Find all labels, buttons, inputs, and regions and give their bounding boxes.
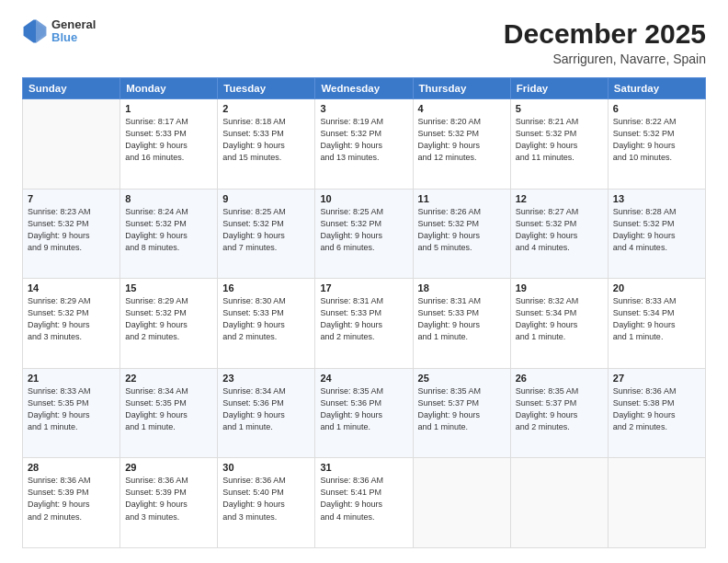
day-info: Sunrise: 8:29 AM Sunset: 5:32 PM Dayligh… [125, 295, 212, 343]
day-info: Sunrise: 8:27 AM Sunset: 5:32 PM Dayligh… [516, 206, 603, 254]
calendar-cell: 14Sunrise: 8:29 AM Sunset: 5:32 PM Dayli… [23, 279, 120, 369]
calendar-table: SundayMondayTuesdayWednesdayThursdayFrid… [22, 77, 706, 548]
day-number: 9 [222, 193, 310, 204]
calendar-cell: 22Sunrise: 8:34 AM Sunset: 5:35 PM Dayli… [120, 368, 218, 458]
day-info: Sunrise: 8:24 AM Sunset: 5:32 PM Dayligh… [125, 206, 212, 254]
calendar-cell [23, 99, 120, 190]
day-info: Sunrise: 8:36 AM Sunset: 5:38 PM Dayligh… [613, 385, 700, 433]
calendar-week-row: 21Sunrise: 8:33 AM Sunset: 5:35 PM Dayli… [23, 368, 706, 458]
calendar-cell [510, 458, 608, 548]
day-number: 8 [125, 193, 212, 204]
calendar-cell: 15Sunrise: 8:29 AM Sunset: 5:32 PM Dayli… [120, 279, 218, 369]
day-info: Sunrise: 8:18 AM Sunset: 5:33 PM Dayligh… [222, 116, 310, 164]
subtitle: Sarriguren, Navarre, Spain [504, 52, 706, 66]
page: General Blue December 2025 Sarriguren, N… [0, 0, 728, 563]
column-header-wednesday: Wednesday [315, 78, 413, 99]
calendar-cell: 20Sunrise: 8:33 AM Sunset: 5:34 PM Dayli… [608, 279, 705, 369]
calendar-week-row: 14Sunrise: 8:29 AM Sunset: 5:32 PM Dayli… [23, 279, 706, 369]
day-number: 30 [222, 462, 310, 473]
calendar-cell: 7Sunrise: 8:23 AM Sunset: 5:32 PM Daylig… [23, 189, 120, 279]
calendar-cell: 9Sunrise: 8:25 AM Sunset: 5:32 PM Daylig… [218, 189, 315, 279]
calendar-cell: 11Sunrise: 8:26 AM Sunset: 5:32 PM Dayli… [413, 189, 510, 279]
calendar-cell: 16Sunrise: 8:30 AM Sunset: 5:33 PM Dayli… [218, 279, 315, 369]
column-header-thursday: Thursday [413, 78, 510, 99]
day-info: Sunrise: 8:28 AM Sunset: 5:32 PM Dayligh… [613, 206, 700, 254]
day-info: Sunrise: 8:31 AM Sunset: 5:33 PM Dayligh… [320, 295, 407, 343]
day-info: Sunrise: 8:25 AM Sunset: 5:32 PM Dayligh… [222, 206, 310, 254]
day-info: Sunrise: 8:35 AM Sunset: 5:37 PM Dayligh… [418, 385, 506, 433]
calendar-cell: 29Sunrise: 8:36 AM Sunset: 5:39 PM Dayli… [120, 458, 218, 548]
day-info: Sunrise: 8:19 AM Sunset: 5:32 PM Dayligh… [320, 116, 407, 164]
day-info: Sunrise: 8:29 AM Sunset: 5:32 PM Dayligh… [28, 295, 115, 343]
calendar-week-row: 1Sunrise: 8:17 AM Sunset: 5:33 PM Daylig… [23, 99, 706, 190]
calendar-cell: 13Sunrise: 8:28 AM Sunset: 5:32 PM Dayli… [608, 189, 705, 279]
day-number: 26 [516, 373, 603, 384]
calendar-cell: 18Sunrise: 8:31 AM Sunset: 5:33 PM Dayli… [413, 279, 510, 369]
day-info: Sunrise: 8:34 AM Sunset: 5:35 PM Dayligh… [125, 385, 212, 433]
day-number: 1 [125, 103, 212, 114]
calendar-cell: 27Sunrise: 8:36 AM Sunset: 5:38 PM Dayli… [608, 368, 705, 458]
day-number: 23 [222, 373, 310, 384]
calendar-cell: 6Sunrise: 8:22 AM Sunset: 5:32 PM Daylig… [608, 99, 705, 190]
day-number: 18 [418, 282, 506, 293]
day-number: 14 [28, 282, 115, 293]
day-info: Sunrise: 8:21 AM Sunset: 5:32 PM Dayligh… [516, 116, 603, 164]
calendar-cell: 4Sunrise: 8:20 AM Sunset: 5:32 PM Daylig… [413, 99, 510, 190]
day-number: 15 [125, 282, 212, 293]
day-number: 21 [28, 373, 115, 384]
calendar-cell: 21Sunrise: 8:33 AM Sunset: 5:35 PM Dayli… [23, 368, 120, 458]
header: General Blue December 2025 Sarriguren, N… [22, 18, 706, 66]
day-number: 19 [516, 282, 603, 293]
day-info: Sunrise: 8:34 AM Sunset: 5:36 PM Dayligh… [222, 385, 310, 433]
calendar-cell: 19Sunrise: 8:32 AM Sunset: 5:34 PM Dayli… [510, 279, 608, 369]
day-info: Sunrise: 8:23 AM Sunset: 5:32 PM Dayligh… [28, 206, 115, 254]
calendar-cell: 25Sunrise: 8:35 AM Sunset: 5:37 PM Dayli… [413, 368, 510, 458]
day-info: Sunrise: 8:31 AM Sunset: 5:33 PM Dayligh… [418, 295, 506, 343]
day-info: Sunrise: 8:35 AM Sunset: 5:37 PM Dayligh… [516, 385, 603, 433]
column-header-sunday: Sunday [23, 78, 120, 99]
day-info: Sunrise: 8:35 AM Sunset: 5:36 PM Dayligh… [320, 385, 407, 433]
day-number: 20 [613, 282, 700, 293]
day-number: 13 [613, 193, 700, 204]
day-number: 6 [613, 103, 700, 114]
day-info: Sunrise: 8:33 AM Sunset: 5:34 PM Dayligh… [613, 295, 700, 343]
calendar-header-row: SundayMondayTuesdayWednesdayThursdayFrid… [23, 78, 706, 99]
calendar-cell: 30Sunrise: 8:36 AM Sunset: 5:40 PM Dayli… [218, 458, 315, 548]
day-number: 11 [418, 193, 506, 204]
day-number: 7 [28, 193, 115, 204]
day-info: Sunrise: 8:32 AM Sunset: 5:34 PM Dayligh… [516, 295, 603, 343]
logo: General Blue [22, 18, 96, 45]
calendar-cell: 17Sunrise: 8:31 AM Sunset: 5:33 PM Dayli… [315, 279, 413, 369]
calendar-cell: 8Sunrise: 8:24 AM Sunset: 5:32 PM Daylig… [120, 189, 218, 279]
calendar-cell: 2Sunrise: 8:18 AM Sunset: 5:33 PM Daylig… [218, 99, 315, 190]
column-header-tuesday: Tuesday [218, 78, 315, 99]
calendar-week-row: 7Sunrise: 8:23 AM Sunset: 5:32 PM Daylig… [23, 189, 706, 279]
calendar-cell: 31Sunrise: 8:36 AM Sunset: 5:41 PM Dayli… [315, 458, 413, 548]
day-number: 31 [320, 462, 407, 473]
day-info: Sunrise: 8:30 AM Sunset: 5:33 PM Dayligh… [222, 295, 310, 343]
calendar-cell [413, 458, 510, 548]
calendar-cell: 12Sunrise: 8:27 AM Sunset: 5:32 PM Dayli… [510, 189, 608, 279]
calendar-cell: 24Sunrise: 8:35 AM Sunset: 5:36 PM Dayli… [315, 368, 413, 458]
calendar-cell: 28Sunrise: 8:36 AM Sunset: 5:39 PM Dayli… [23, 458, 120, 548]
day-number: 5 [516, 103, 603, 114]
day-info: Sunrise: 8:26 AM Sunset: 5:32 PM Dayligh… [418, 206, 506, 254]
day-info: Sunrise: 8:36 AM Sunset: 5:39 PM Dayligh… [125, 475, 212, 523]
column-header-friday: Friday [510, 78, 608, 99]
day-number: 29 [125, 462, 212, 473]
title-area: December 2025 Sarriguren, Navarre, Spain [504, 18, 706, 66]
calendar-cell: 3Sunrise: 8:19 AM Sunset: 5:32 PM Daylig… [315, 99, 413, 190]
column-header-monday: Monday [120, 78, 218, 99]
day-number: 12 [516, 193, 603, 204]
calendar-cell: 1Sunrise: 8:17 AM Sunset: 5:33 PM Daylig… [120, 99, 218, 190]
calendar-cell: 10Sunrise: 8:25 AM Sunset: 5:32 PM Dayli… [315, 189, 413, 279]
logo-line1: General [51, 18, 96, 31]
logo-text: General Blue [51, 18, 96, 45]
day-info: Sunrise: 8:22 AM Sunset: 5:32 PM Dayligh… [613, 116, 700, 164]
logo-icon [22, 18, 48, 44]
day-number: 17 [320, 282, 407, 293]
calendar-cell: 26Sunrise: 8:35 AM Sunset: 5:37 PM Dayli… [510, 368, 608, 458]
day-number: 16 [222, 282, 310, 293]
column-header-saturday: Saturday [608, 78, 705, 99]
day-number: 4 [418, 103, 506, 114]
